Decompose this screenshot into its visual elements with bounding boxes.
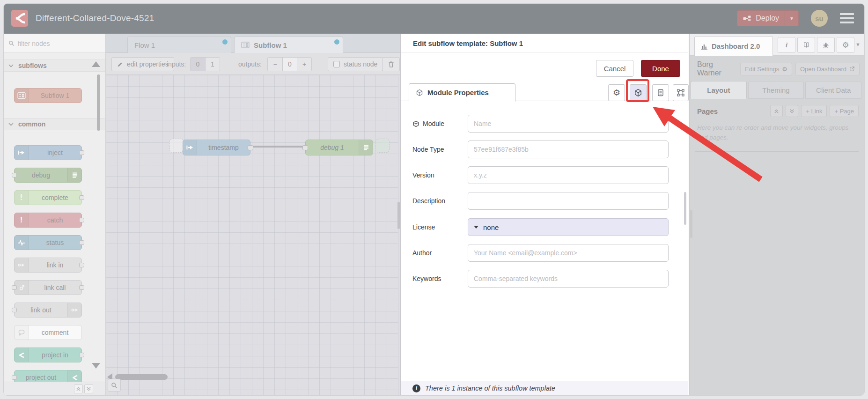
palette-node-comment[interactable]: comment [14, 325, 82, 340]
subflow-icon [241, 42, 250, 48]
settings-tab-button[interactable]: ⚙ [837, 37, 854, 53]
outputs-decrement-button[interactable]: − [268, 58, 282, 71]
palette-node-link-call[interactable]: link call [14, 280, 82, 295]
module-input[interactable] [468, 115, 669, 133]
node-port [79, 195, 84, 200]
subflow-output-ghost[interactable] [375, 139, 390, 153]
keywords-input[interactable] [468, 270, 669, 288]
palette-node-inject[interactable]: inject [14, 145, 82, 160]
tab-theming[interactable]: Theming [748, 81, 804, 99]
flow-node-timestamp[interactable]: timestamp [183, 140, 250, 155]
inputs-toggle[interactable]: 0 1 [190, 57, 220, 71]
wire[interactable] [250, 146, 307, 148]
palette-node-debug[interactable]: debug [14, 168, 82, 183]
inputs-label: inputs: [167, 60, 186, 68]
version-input[interactable] [468, 166, 669, 184]
outputs-increment-button[interactable]: + [297, 58, 311, 71]
tab-dashboard-2[interactable]: Dashboard 2.0 [694, 36, 773, 56]
header: Different-Collared-Dove-4521 Deploy ▼ su [4, 4, 864, 33]
palette-node-catch[interactable]: ! catch [14, 213, 82, 228]
palette-category-subflows[interactable]: subflows [4, 59, 105, 72]
tab-client-data[interactable]: Client Data [805, 81, 861, 99]
node-port [79, 263, 84, 267]
node-port [12, 173, 17, 177]
unsaved-dot [334, 39, 339, 44]
edit-properties-tab-button[interactable]: ⚙ [608, 84, 625, 101]
vertical-scrollbar[interactable] [397, 202, 400, 229]
palette-category-common[interactable]: common [4, 118, 105, 130]
palette-node-complete[interactable]: ! complete [14, 190, 82, 205]
link-icon [15, 258, 29, 272]
tab-flow-1[interactable]: Flow 1 [127, 37, 231, 53]
license-select[interactable]: none [468, 218, 669, 236]
description-tab-button[interactable] [652, 84, 669, 101]
author-input[interactable] [468, 244, 669, 262]
chevron-down-icon[interactable]: ▼ [855, 42, 861, 47]
node-red-logo [11, 10, 28, 27]
palette-footer [4, 382, 105, 395]
deploy-icon [743, 15, 751, 22]
flow-canvas[interactable]: timestamp debug 1 [106, 75, 398, 395]
menu-icon[interactable] [840, 13, 854, 23]
output-port[interactable] [248, 145, 253, 150]
node-type-label: Node Type [412, 146, 468, 153]
collapse-all-icon[interactable] [74, 384, 83, 393]
done-button[interactable]: Done [641, 60, 680, 77]
inject-arrow-icon [183, 140, 197, 155]
deploy-options-button[interactable]: ▼ [785, 11, 798, 26]
info-tab-button[interactable]: i [778, 37, 795, 53]
palette-node-project-in[interactable]: project in [14, 347, 82, 362]
outputs-stepper[interactable]: − 0 + [267, 57, 312, 71]
dashboard-subtabs: Layout Theming Client Data [691, 81, 861, 99]
project-icon [15, 348, 29, 362]
info-icon: i [412, 384, 420, 392]
scroll-up-icon[interactable] [92, 61, 100, 67]
palette-node-subflow-1[interactable]: Subflow 1 [14, 88, 82, 103]
appearance-tab-button[interactable] [673, 84, 689, 101]
palette-scrollbar[interactable] [97, 74, 100, 131]
debug-tab-button[interactable] [817, 37, 835, 53]
annotation-highlight-box [626, 79, 649, 102]
palette-node-status[interactable]: status [14, 235, 82, 250]
edit-properties-button[interactable]: edit properties [111, 57, 174, 71]
outputs-label: outputs: [238, 60, 262, 68]
node-port [79, 240, 84, 245]
search-icon [8, 40, 15, 46]
module-row: Module [412, 115, 669, 133]
tab-layout[interactable]: Layout [691, 81, 747, 99]
move-down-button[interactable] [786, 105, 798, 117]
help-tab-button[interactable] [797, 37, 815, 53]
flow-node-debug-1[interactable]: debug 1 [305, 140, 373, 155]
scroll-down-icon[interactable] [92, 363, 100, 369]
node-type-input[interactable] [468, 140, 669, 158]
palette-node-link-in[interactable]: link in [14, 258, 82, 273]
open-dashboard-button[interactable]: Open Dashboard [795, 63, 860, 75]
edit-settings-button[interactable]: Edit Settings ⚙ [740, 63, 792, 75]
palette-filter[interactable]: filter nodes [4, 34, 105, 53]
move-up-button[interactable] [770, 105, 783, 117]
cancel-button[interactable]: Cancel [596, 60, 633, 77]
add-page-button[interactable]: + Page [830, 105, 859, 117]
add-link-button[interactable]: + Link [801, 105, 827, 117]
status-node-checkbox[interactable]: status node [328, 57, 383, 71]
deploy-button[interactable]: Deploy ▼ [737, 10, 799, 26]
avatar[interactable]: su [811, 10, 828, 27]
workspace[interactable]: Flow 1 Subflow 1 edit properties inputs:… [106, 34, 400, 395]
dialog-scrollbar[interactable] [684, 192, 686, 225]
subflow-input-ghost[interactable] [169, 139, 184, 153]
license-row: License none [412, 218, 669, 236]
tab-module-properties[interactable]: Module Properties [409, 83, 515, 102]
description-input[interactable] [468, 192, 669, 210]
expand-all-icon[interactable] [84, 384, 93, 393]
input-port[interactable] [302, 145, 308, 150]
canvas-search-button[interactable] [108, 379, 121, 392]
horizontal-scrollbar[interactable] [115, 374, 168, 380]
sidebar-tabrow: Dashboard 2.0 i ⚙ ▼ [690, 34, 864, 56]
palette-node-link-out[interactable]: link out [14, 303, 82, 318]
tab-subflow-1[interactable]: Subflow 1 [234, 37, 343, 53]
delete-subflow-button[interactable] [382, 57, 400, 71]
sidebar-scrollbar[interactable] [690, 210, 692, 238]
description-label: Description [412, 197, 468, 205]
node-port [12, 375, 17, 380]
outputs-count[interactable]: 0 [282, 58, 297, 71]
